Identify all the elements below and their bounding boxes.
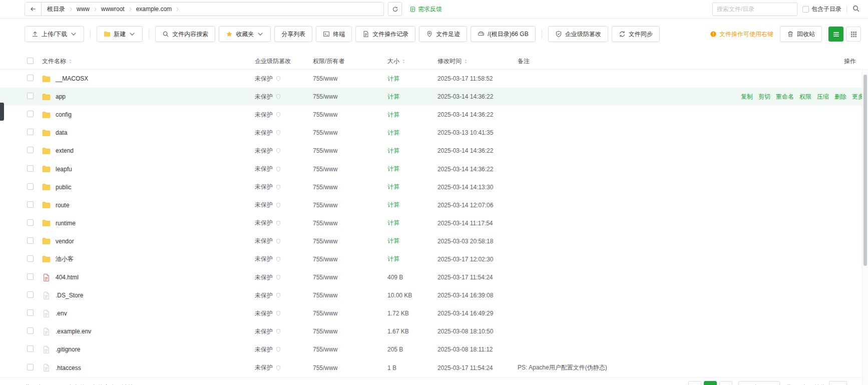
file-row[interactable]: .example.env未保护755/www1.67 KB2025-03-08 …: [0, 322, 868, 340]
row-action-compress[interactable]: 压缩: [817, 93, 829, 101]
file-content-search-button[interactable]: 文件内容搜索: [155, 26, 215, 42]
column-header-mtime[interactable]: 修改时间: [438, 57, 518, 66]
size-calc-link[interactable]: 计算: [387, 147, 438, 155]
size-calc-link[interactable]: 计算: [387, 201, 438, 209]
file-row[interactable]: extend未保护755/www计算2025-03-14 14:36:22: [0, 142, 868, 160]
size-calc-link[interactable]: 计算: [387, 237, 438, 245]
file-name[interactable]: vendor: [56, 238, 74, 245]
file-row[interactable]: 油小客未保护755/www计算2025-03-17 12:02:30: [0, 250, 868, 268]
file-name[interactable]: route: [56, 202, 69, 209]
file-operation-log-button[interactable]: 文件操作记录: [355, 26, 415, 42]
goto-page-input[interactable]: [829, 381, 847, 385]
file-name[interactable]: config: [56, 111, 72, 118]
file-name[interactable]: app: [56, 93, 66, 100]
file-row[interactable]: 404.html未保护755/www409 B2025-03-17 11:54:…: [0, 268, 868, 286]
row-action-cut[interactable]: 剪切: [758, 93, 770, 101]
row-checkbox[interactable]: [27, 273, 34, 280]
row-checkbox[interactable]: [27, 183, 34, 190]
file-row[interactable]: .DS_Store未保护755/www10.00 KB2025-03-14 16…: [0, 286, 868, 304]
file-name[interactable]: leapfu: [56, 166, 72, 173]
size-calc-link[interactable]: 计算: [387, 129, 438, 137]
file-footprint-button[interactable]: 文件足迹: [419, 26, 467, 42]
feedback-link[interactable]: 需求反馈: [409, 5, 442, 14]
size-calc-link[interactable]: 计算: [387, 165, 438, 173]
file-name[interactable]: .DS_Store: [56, 292, 83, 299]
search-input[interactable]: [712, 3, 797, 16]
row-checkbox[interactable]: [27, 165, 34, 172]
row-checkbox[interactable]: [27, 129, 34, 135]
sort-icon[interactable]: [401, 59, 406, 64]
size-calc-link[interactable]: 计算: [387, 219, 438, 227]
file-row[interactable]: public未保护755/www计算2025-03-14 14:13:30: [0, 178, 868, 196]
include-subdir-toggle[interactable]: 包含子目录: [802, 5, 841, 14]
select-all-checkbox[interactable]: [27, 58, 34, 64]
breadcrumb-item[interactable]: www: [77, 6, 90, 13]
file-row[interactable]: vendor未保护755/www计算2025-03-03 20:58:18: [0, 232, 868, 250]
row-action-copy[interactable]: 复制: [741, 93, 753, 101]
row-action-delete[interactable]: 删除: [834, 93, 846, 101]
size-calc-link[interactable]: 计算: [387, 75, 438, 83]
column-header-name[interactable]: 文件名称: [42, 57, 255, 66]
scrollbar-thumb[interactable]: [863, 75, 867, 266]
tamper-proof-button[interactable]: 企业级防篡改: [548, 26, 608, 42]
row-checkbox[interactable]: [27, 201, 34, 208]
next-page-button[interactable]: [719, 381, 732, 385]
size-calc-link[interactable]: 计算: [387, 255, 438, 263]
file-name[interactable]: 油小客: [56, 255, 74, 263]
row-checkbox[interactable]: [27, 255, 34, 262]
sort-icon[interactable]: [68, 59, 73, 64]
file-row[interactable]: app未保护755/www计算2025-03-14 14:36:22复制剪切重命…: [0, 88, 868, 106]
root-disk-button[interactable]: /(根目录)66 GB: [471, 26, 535, 42]
breadcrumb-item[interactable]: wwwroot: [101, 6, 125, 13]
row-checkbox[interactable]: [27, 364, 34, 370]
row-checkbox[interactable]: [27, 147, 34, 153]
row-checkbox[interactable]: [27, 219, 34, 226]
file-row[interactable]: config未保护755/www计算2025-03-14 14:36:22: [0, 106, 868, 124]
sort-icon[interactable]: [463, 59, 469, 64]
file-name[interactable]: extend: [56, 147, 74, 154]
file-name[interactable]: .htaccess: [56, 364, 81, 371]
favorites-button[interactable]: 收藏夹: [219, 26, 271, 42]
file-name[interactable]: public: [56, 184, 71, 191]
file-row[interactable]: .gitignore未保护755/www205 B2025-03-08 18:1…: [0, 340, 868, 358]
size-calc-link[interactable]: 计算: [387, 183, 438, 191]
list-view-button[interactable]: [828, 27, 843, 42]
page-1-button[interactable]: 1: [704, 381, 717, 385]
file-row[interactable]: .htaccess未保护755/www1 B2025-03-17 11:54:2…: [0, 359, 868, 377]
terminal-button[interactable]: 终端: [316, 26, 352, 42]
file-row[interactable]: .env未保护755/www1.72 KB2025-03-14 16:49:29: [0, 304, 868, 322]
row-checkbox[interactable]: [27, 93, 34, 99]
grid-view-button[interactable]: [846, 27, 861, 42]
file-name[interactable]: 404.html: [56, 274, 79, 281]
share-list-button[interactable]: 分享列表: [274, 26, 312, 42]
file-row[interactable]: route未保护755/www计算2025-03-14 12:07:06: [0, 196, 868, 214]
refresh-button[interactable]: [388, 2, 402, 16]
include-subdir-checkbox[interactable]: [802, 6, 809, 13]
file-row[interactable]: __MACOSX未保护755/www计算2025-03-17 11:58:52: [0, 70, 868, 88]
row-checkbox[interactable]: [27, 237, 34, 244]
collapsed-sidebar-tab[interactable]: [0, 103, 4, 121]
row-checkbox[interactable]: [27, 309, 34, 316]
row-checkbox[interactable]: [27, 111, 34, 117]
file-name[interactable]: .env: [56, 310, 67, 317]
file-sync-button[interactable]: 文件同步: [612, 26, 660, 42]
size-calc-link[interactable]: 计算: [387, 111, 438, 119]
file-row[interactable]: runtime未保护755/www计算2025-03-14 11:17:54: [0, 214, 868, 232]
file-name[interactable]: .gitignore: [56, 346, 80, 353]
page-size-select[interactable]: 500条/页: [738, 381, 780, 385]
file-name[interactable]: data: [56, 129, 67, 136]
search-icon-button[interactable]: [852, 5, 861, 14]
row-checkbox[interactable]: [27, 75, 34, 81]
file-row[interactable]: leapfu未保护755/www计算2025-03-14 14:36:22: [0, 160, 868, 178]
upload-download-button[interactable]: 上传/下载: [25, 26, 84, 42]
prev-page-button[interactable]: [688, 381, 701, 385]
vertical-scrollbar[interactable]: [862, 70, 868, 385]
breadcrumb-item[interactable]: example.com: [136, 6, 172, 13]
back-button[interactable]: [25, 3, 42, 16]
size-calc-link[interactable]: 计算: [387, 93, 438, 101]
row-checkbox[interactable]: [27, 345, 34, 352]
row-action-permission[interactable]: 权限: [799, 93, 811, 101]
row-action-rename[interactable]: 重命名: [776, 93, 794, 101]
row-checkbox[interactable]: [27, 327, 34, 334]
file-name[interactable]: runtime: [56, 220, 76, 227]
